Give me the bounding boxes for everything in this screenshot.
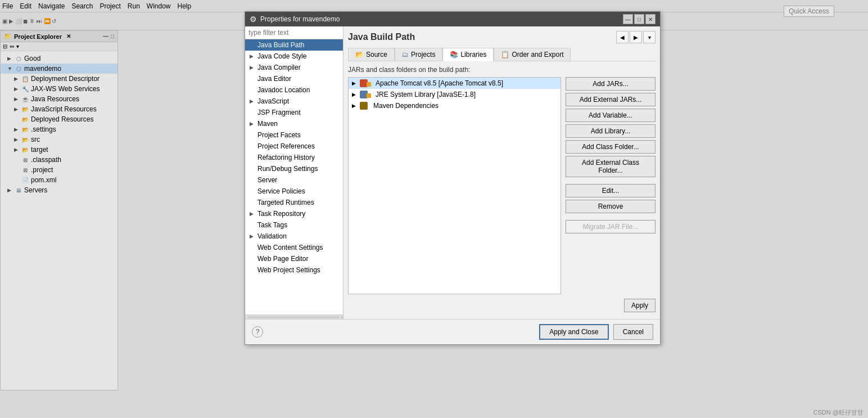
lib-label-tomcat: Apache Tomcat v8.5 [Apache Tomcat v8.5] [376, 79, 503, 87]
nav-dropdown-button[interactable]: ▾ [643, 31, 655, 43]
dialog-maximize-button[interactable]: □ [634, 14, 644, 24]
nav-item-task-tags[interactable]: Task Tags [245, 219, 343, 231]
nav-item-task-repository[interactable]: ▶ Task Repository [245, 208, 343, 219]
nav-item-refactoring[interactable]: Refactoring History [245, 152, 343, 163]
add-jars-button[interactable]: Add JARs... [566, 77, 655, 91]
jre-overlay-icon [367, 93, 371, 98]
help-button[interactable]: ? [252, 326, 263, 338]
lib-arrow-maven: ▶ [352, 103, 358, 109]
lib-item-jre[interactable]: ▶ JRE System Library [JavaSE-1.8] [349, 89, 560, 100]
nav-label-javascript: JavaScript [257, 97, 289, 105]
dialog-minimize-button[interactable]: — [623, 14, 633, 24]
lib-arrow-jre: ▶ [352, 92, 358, 97]
source-tab-icon: 📂 [355, 51, 364, 59]
action-buttons-panel: Add JARs... Add External JARs... Add Var… [566, 77, 655, 294]
library-tree: ▶ Apache Tomcat v8.5 [Apache Tomcat v8.5… [348, 77, 561, 294]
migrate-jar-button[interactable]: Migrate JAR File... [566, 220, 655, 233]
dialog-title: Properties for mavendemo [260, 15, 340, 23]
nav-list-container: Java Build Path ▶ Java Code Style ▶ Java… [245, 39, 343, 314]
add-library-button[interactable]: Add Library... [566, 124, 655, 138]
lib-item-tomcat[interactable]: ▶ Apache Tomcat v8.5 [Apache Tomcat v8.5… [349, 78, 560, 89]
order-tab-icon: 📋 [501, 51, 509, 59]
nav-item-java-compiler[interactable]: ▶ Java Compiler [245, 62, 343, 73]
lib-arrow-tomcat: ▶ [352, 80, 358, 86]
dialog-footer-apply: Apply [348, 296, 655, 314]
cancel-button[interactable]: Cancel [613, 324, 653, 340]
nav-label-java-compiler: Java Compiler [257, 64, 301, 71]
nav-item-web-content[interactable]: Web Content Settings [245, 242, 343, 253]
nav-item-web-project-settings[interactable]: Web Project Settings [245, 264, 343, 276]
nav-label-java-build-path: Java Build Path [257, 41, 304, 49]
nav-list: Java Build Path ▶ Java Code Style ▶ Java… [245, 39, 343, 314]
nav-arrow-compiler: ▶ [250, 65, 255, 70]
tab-order-export[interactable]: 📋 Order and Export [494, 48, 571, 61]
tab-source[interactable]: 📂 Source [348, 48, 395, 61]
nav-label-refactoring: Refactoring History [257, 154, 315, 161]
nav-item-javascript[interactable]: ▶ JavaScript [245, 96, 343, 107]
nav-label-task-tags: Task Tags [257, 221, 287, 229]
nav-label-jsp: JSP Fragment [257, 109, 300, 116]
nav-item-project-references[interactable]: Project References [245, 141, 343, 152]
projects-tab-label: Projects [411, 51, 435, 59]
dialog-bottom-buttons: Apply and Close Cancel [539, 324, 653, 340]
nav-item-java-code-style[interactable]: ▶ Java Code Style [245, 51, 343, 62]
nav-item-server[interactable]: Server [245, 174, 343, 186]
nav-item-maven[interactable]: ▶ Maven [245, 118, 343, 129]
apply-and-close-button[interactable]: Apply and Close [539, 324, 608, 340]
properties-dialog: ⚙ Properties for mavendemo — □ ✕ Java Bu… [245, 11, 661, 345]
dialog-title-left: ⚙ Properties for mavendemo [250, 15, 340, 24]
lib-label-jre: JRE System Library [JavaSE-1.8] [376, 91, 476, 98]
nav-item-validation[interactable]: ▶ Validation [245, 231, 343, 242]
nav-item-java-editor[interactable]: Java Editor [245, 73, 343, 84]
nav-label-project-facets: Project Facets [257, 131, 301, 139]
dialog-left-nav: Java Build Path ▶ Java Code Style ▶ Java… [245, 26, 343, 319]
nav-item-service-policies[interactable]: Service Policies [245, 186, 343, 197]
tomcat-overlay-icon [367, 82, 371, 87]
add-variable-button[interactable]: Add Variable... [566, 109, 655, 122]
nav-label-project-references: Project References [257, 142, 315, 150]
dialog-close-button[interactable]: ✕ [645, 14, 655, 24]
add-external-jars-button[interactable]: Add External JARs... [566, 93, 655, 106]
back-button[interactable]: ◀ [616, 31, 629, 43]
tab-projects[interactable]: 🗂 Projects [395, 48, 442, 61]
nav-item-web-page-editor[interactable]: Web Page Editor [245, 253, 343, 264]
dialog-right-content: Java Build Path ◀ ▶ ▾ 📂 Source 🗂 Project… [343, 26, 660, 319]
nav-label-validation: Validation [257, 232, 287, 240]
nav-item-targeted-runtimes[interactable]: Targeted Runtimes [245, 197, 343, 208]
edit-button[interactable]: Edit... [566, 184, 655, 197]
order-tab-label: Order and Export [512, 51, 563, 59]
dialog-right-header: Java Build Path ◀ ▶ ▾ [348, 31, 655, 43]
nav-item-jsp[interactable]: JSP Fragment [245, 107, 343, 118]
nav-label-java-editor: Java Editor [257, 75, 291, 83]
nav-label-server: Server [257, 176, 277, 184]
dialog-bottom: ? Apply and Close Cancel [245, 319, 660, 344]
add-external-class-folder-button[interactable]: Add External Class Folder... [566, 156, 655, 177]
tab-libraries[interactable]: 📚 Libraries [442, 48, 494, 61]
nav-label-task-repository: Task Repository [257, 210, 305, 218]
apply-button[interactable]: Apply [624, 299, 655, 312]
forward-button[interactable]: ▶ [630, 31, 642, 43]
add-class-folder-button[interactable]: Add Class Folder... [566, 140, 655, 154]
nav-label-java-code-style: Java Code Style [257, 52, 306, 60]
nav-arrow-javascript: ▶ [250, 98, 255, 104]
dialog-icon: ⚙ [250, 15, 257, 24]
lib-item-maven[interactable]: ▶ Maven Dependencies [349, 100, 560, 111]
nav-label-web-page-editor: Web Page Editor [257, 255, 309, 263]
remove-button[interactable]: Remove [566, 200, 655, 213]
filter-input[interactable] [245, 26, 343, 39]
build-path-description: JARs and class folders on the build path… [348, 66, 655, 74]
nav-item-java-build-path[interactable]: Java Build Path [245, 39, 343, 51]
build-path-content: ▶ Apache Tomcat v8.5 [Apache Tomcat v8.5… [348, 77, 655, 294]
lib-label-maven: Maven Dependencies [373, 102, 438, 110]
nav-item-project-facets[interactable]: Project Facets [245, 129, 343, 141]
nav-label-maven: Maven [257, 120, 278, 128]
nav-label-web-content: Web Content Settings [257, 244, 323, 251]
nav-item-javadoc[interactable]: Javadoc Location [245, 84, 343, 96]
nav-arrow-task-repo: ▶ [250, 211, 255, 217]
nav-item-run-debug[interactable]: Run/Debug Settings [245, 163, 343, 174]
tabs-bar: 📂 Source 🗂 Projects 📚 Libraries 📋 Order … [348, 48, 655, 61]
libraries-tab-label: Libraries [460, 51, 486, 59]
nav-label-service-policies: Service Policies [257, 187, 305, 195]
nav-label-run-debug: Run/Debug Settings [257, 165, 318, 173]
nav-arrow-code-style: ▶ [250, 53, 255, 59]
